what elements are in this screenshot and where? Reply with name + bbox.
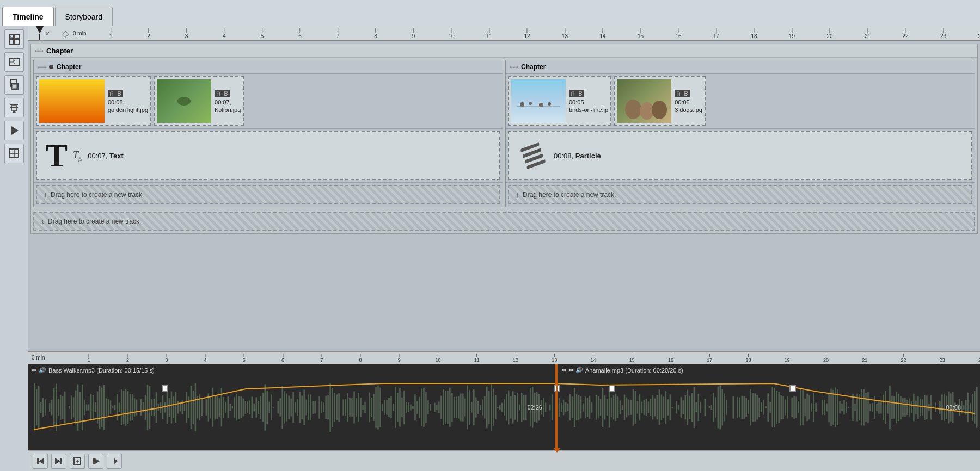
thumb-kolibri	[157, 79, 211, 123]
drag-zone-left[interactable]: ↓ Drag here to create a new track.	[36, 185, 500, 204]
chapter-right-label: Chapter	[521, 63, 546, 71]
play-tool-btn[interactable]	[4, 121, 24, 140]
svg-rect-424	[896, 392, 897, 423]
waveform-svg	[28, 364, 980, 450]
tab-storyboard[interactable]: Storyboard	[55, 7, 113, 26]
svg-marker-465	[39, 458, 44, 464]
svg-rect-157	[310, 394, 311, 420]
svg-rect-226	[460, 394, 461, 422]
expand-btn[interactable]	[107, 454, 122, 469]
svg-rect-359	[754, 393, 755, 421]
svg-rect-216	[438, 402, 439, 413]
svg-rect-205	[414, 394, 415, 420]
svg-rect-376	[791, 398, 792, 417]
image-track-left: 🅰🅱 00:08, golden light.jpg	[34, 74, 503, 129]
svg-rect-341	[715, 397, 716, 418]
svg-rect-72	[125, 389, 126, 426]
grid-tool-btn[interactable]	[4, 29, 24, 49]
clip-dogs[interactable]: 🅰🅱 00:05 3 dogs.jpg	[614, 76, 706, 126]
svg-rect-373	[785, 399, 786, 415]
svg-rect-366	[769, 402, 770, 413]
clip-birds[interactable]: 🅰🅱 00:05 birds-on-line.jp	[508, 76, 611, 126]
playhead[interactable]	[36, 26, 44, 40]
drag-zone-outer[interactable]: ↓ Drag here to create a new track.	[33, 212, 975, 231]
svg-rect-210	[425, 392, 426, 423]
svg-rect-215	[436, 405, 437, 410]
ruler-tick-18: 18	[751, 28, 757, 39]
svg-rect-417	[880, 401, 881, 414]
svg-rect-368	[774, 388, 775, 427]
svg-rect-331	[694, 387, 695, 428]
svg-rect-410	[865, 393, 866, 422]
ruler-tick-3: 3	[185, 28, 188, 39]
svg-rect-265	[545, 403, 546, 412]
svg-rect-31	[36, 389, 37, 426]
ruler-tick-4: 4	[223, 28, 226, 39]
svg-rect-374	[787, 396, 788, 418]
svg-rect-420	[887, 401, 888, 413]
svg-rect-50	[77, 384, 78, 430]
svg-rect-233	[475, 397, 476, 417]
svg-rect-166	[329, 383, 330, 432]
svg-rect-190	[382, 404, 383, 411]
clip-kolibri-info: 🅰🅱 00:07, Kolibri.jpg	[215, 89, 241, 113]
svg-rect-328	[687, 390, 688, 425]
step-forward-btn[interactable]	[88, 454, 103, 469]
svg-rect-207	[419, 397, 420, 418]
svg-rect-249	[510, 396, 511, 418]
svg-rect-288	[600, 399, 601, 416]
clip-kolibri-duration: 00:07,	[215, 99, 241, 106]
split-tool-btn[interactable]	[4, 52, 24, 72]
audio-tick-20: 20	[823, 354, 829, 363]
svg-rect-273	[567, 404, 568, 411]
clip-birds-duration: 00:05	[569, 99, 608, 106]
svg-rect-165	[327, 395, 328, 419]
clip-golden-light[interactable]: 🅰🅱 00:08, golden light.jpg	[36, 76, 151, 126]
audio-tick-8: 8	[359, 354, 362, 363]
left-toolbar	[0, 26, 28, 471]
audio-label-bass: ⇔ 🔊 Bass Walker.mp3 (Duration: 00:15/15 …	[32, 367, 155, 374]
svg-rect-107	[201, 399, 203, 416]
ruler-tick-6: 6	[298, 28, 302, 39]
svg-rect-238	[486, 387, 487, 429]
thumb-birds	[511, 79, 566, 123]
ruler-tick-13: 13	[562, 28, 568, 39]
svg-rect-306	[639, 394, 640, 421]
svg-rect-92	[169, 398, 170, 417]
clip-kolibri[interactable]: 🅰🅱 00:07, Kolibri.jpg	[154, 76, 244, 126]
fit-view-btn[interactable]	[70, 454, 85, 469]
svg-rect-379	[798, 401, 799, 413]
svg-rect-293	[611, 398, 612, 418]
go-to-start-btn[interactable]	[33, 454, 48, 469]
svg-rect-201	[406, 402, 407, 413]
svg-rect-390	[822, 400, 823, 415]
svg-rect-458	[970, 403, 971, 412]
bass-walker-label: Bass Walker.mp3 (Duration: 00:15/15 s)	[48, 367, 155, 374]
align-tool-btn[interactable]	[4, 98, 24, 117]
drag-zone-right[interactable]: ↓ Drag here to create a new track.	[508, 185, 972, 204]
chapter-left-dot	[49, 65, 53, 69]
svg-rect-182	[364, 402, 365, 413]
ruler-tick-19: 19	[789, 28, 795, 39]
svg-rect-32	[38, 386, 39, 429]
extra-tool-btn[interactable]	[4, 144, 24, 163]
svg-rect-133	[258, 401, 259, 414]
svg-rect-356	[748, 400, 749, 414]
step-back-btn[interactable]	[51, 454, 66, 469]
svg-rect-126	[243, 399, 244, 417]
drag-label-outer: Drag here to create a new track.	[48, 218, 141, 225]
copy-tool-btn[interactable]	[4, 75, 24, 95]
svg-rect-383	[806, 394, 807, 422]
particle-clip[interactable]: 00:08, Particle	[508, 131, 972, 180]
text-clip[interactable]: T Tfx 00:07, Text	[36, 131, 500, 180]
svg-rect-355	[745, 398, 746, 417]
tab-timeline[interactable]: Timeline	[2, 7, 54, 26]
ruler-tick-9: 9	[412, 28, 415, 39]
audio-tick-12: 12	[513, 354, 518, 363]
audio-tick-19: 19	[785, 354, 790, 363]
storyboard-content[interactable]: — Chapter — Chapter	[28, 41, 980, 351]
svg-rect-340	[713, 393, 714, 422]
svg-rect-304	[635, 391, 636, 424]
playback-controls	[28, 450, 980, 471]
svg-rect-200	[403, 391, 405, 424]
